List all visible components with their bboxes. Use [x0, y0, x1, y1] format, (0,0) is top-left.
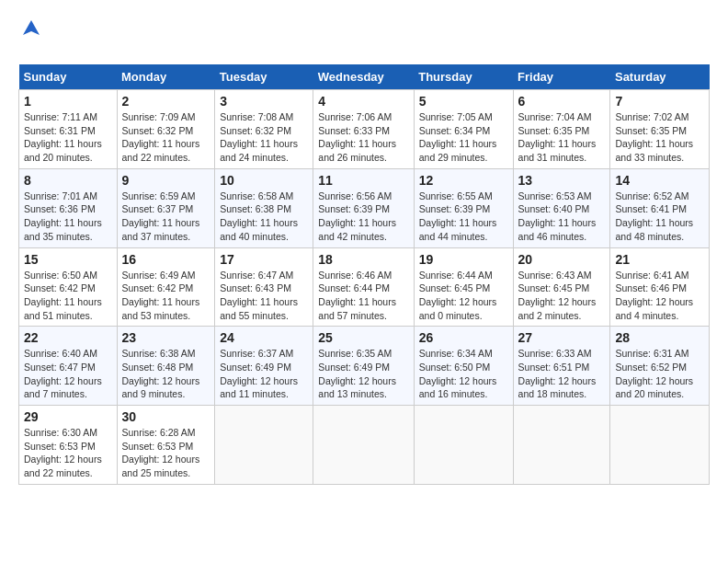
calendar-cell: 25Sunrise: 6:35 AMSunset: 6:49 PMDayligh… [313, 327, 414, 406]
calendar-week-row: 8Sunrise: 7:01 AMSunset: 6:36 PMDaylight… [19, 168, 710, 247]
day-number: 10 [220, 173, 308, 188]
calendar-cell: 15Sunrise: 6:50 AMSunset: 6:42 PMDayligh… [19, 247, 118, 327]
day-info: Sunrise: 7:04 AMSunset: 6:35 PMDaylight:… [518, 110, 606, 165]
day-info: Sunrise: 7:05 AMSunset: 6:34 PMDaylight:… [419, 110, 508, 165]
day-info: Sunrise: 7:06 AMSunset: 6:33 PMDaylight:… [318, 110, 408, 165]
day-info: Sunrise: 6:31 AMSunset: 6:52 PMDaylight:… [615, 347, 704, 401]
day-number: 12 [419, 173, 508, 188]
day-info: Sunrise: 6:38 AMSunset: 6:48 PMDaylight:… [122, 347, 210, 401]
calendar-cell: 23Sunrise: 6:38 AMSunset: 6:48 PMDayligh… [117, 327, 215, 406]
calendar-cell: 21Sunrise: 6:41 AMSunset: 6:46 PMDayligh… [610, 247, 710, 327]
day-info: Sunrise: 6:44 AMSunset: 6:45 PMDaylight:… [419, 269, 508, 323]
calendar-cell: 28Sunrise: 6:31 AMSunset: 6:52 PMDayligh… [610, 327, 710, 406]
page-header [18, 18, 710, 55]
calendar-cell [215, 406, 313, 485]
day-info: Sunrise: 7:01 AMSunset: 6:36 PMDaylight:… [24, 190, 112, 244]
calendar-cell: 1Sunrise: 7:11 AMSunset: 6:31 PMDaylight… [19, 90, 118, 169]
col-header-sunday: Sunday [19, 64, 118, 90]
day-number: 2 [122, 94, 210, 109]
calendar-cell: 3Sunrise: 7:08 AMSunset: 6:32 PMDaylight… [215, 90, 313, 169]
calendar-cell: 26Sunrise: 6:34 AMSunset: 6:50 PMDayligh… [414, 327, 513, 406]
day-number: 15 [24, 252, 112, 267]
day-info: Sunrise: 6:28 AMSunset: 6:53 PMDaylight:… [122, 426, 210, 480]
calendar-cell [313, 406, 414, 485]
calendar-week-row: 15Sunrise: 6:50 AMSunset: 6:42 PMDayligh… [19, 247, 710, 327]
day-info: Sunrise: 6:55 AMSunset: 6:39 PMDaylight:… [419, 190, 508, 244]
day-info: Sunrise: 7:11 AMSunset: 6:31 PMDaylight:… [24, 110, 112, 165]
day-number: 30 [122, 409, 210, 424]
day-number: 16 [122, 252, 210, 267]
day-info: Sunrise: 6:46 AMSunset: 6:44 PMDaylight:… [318, 269, 408, 323]
day-info: Sunrise: 6:40 AMSunset: 6:47 PMDaylight:… [24, 347, 112, 401]
calendar-cell: 6Sunrise: 7:04 AMSunset: 6:35 PMDaylight… [513, 90, 610, 169]
day-info: Sunrise: 6:37 AMSunset: 6:49 PMDaylight:… [220, 347, 308, 401]
calendar-cell: 24Sunrise: 6:37 AMSunset: 6:49 PMDayligh… [215, 327, 313, 406]
day-number: 20 [518, 252, 606, 267]
day-number: 8 [24, 173, 112, 188]
calendar-cell: 11Sunrise: 6:56 AMSunset: 6:39 PMDayligh… [313, 168, 414, 247]
calendar-cell: 18Sunrise: 6:46 AMSunset: 6:44 PMDayligh… [313, 247, 414, 327]
day-info: Sunrise: 7:02 AMSunset: 6:35 PMDaylight:… [615, 110, 704, 165]
col-header-thursday: Thursday [414, 64, 513, 90]
calendar-cell: 19Sunrise: 6:44 AMSunset: 6:45 PMDayligh… [414, 247, 513, 327]
day-number: 23 [122, 330, 210, 345]
calendar-header-row: SundayMondayTuesdayWednesdayThursdayFrid… [19, 64, 710, 90]
calendar-table: SundayMondayTuesdayWednesdayThursdayFrid… [18, 64, 710, 485]
day-number: 24 [220, 330, 308, 345]
day-info: Sunrise: 6:53 AMSunset: 6:40 PMDaylight:… [518, 190, 606, 244]
day-info: Sunrise: 6:43 AMSunset: 6:45 PMDaylight:… [518, 269, 606, 323]
day-info: Sunrise: 6:50 AMSunset: 6:42 PMDaylight:… [24, 269, 112, 323]
day-info: Sunrise: 6:30 AMSunset: 6:53 PMDaylight:… [24, 426, 112, 480]
day-info: Sunrise: 6:33 AMSunset: 6:51 PMDaylight:… [518, 347, 606, 401]
day-info: Sunrise: 7:08 AMSunset: 6:32 PMDaylight:… [220, 110, 308, 165]
calendar-cell: 12Sunrise: 6:55 AMSunset: 6:39 PMDayligh… [414, 168, 513, 247]
calendar-cell: 8Sunrise: 7:01 AMSunset: 6:36 PMDaylight… [19, 168, 118, 247]
calendar-week-row: 1Sunrise: 7:11 AMSunset: 6:31 PMDaylight… [19, 90, 710, 169]
calendar-cell: 20Sunrise: 6:43 AMSunset: 6:45 PMDayligh… [513, 247, 610, 327]
day-number: 7 [615, 94, 704, 109]
day-number: 11 [318, 173, 408, 188]
calendar-week-row: 29Sunrise: 6:30 AMSunset: 6:53 PMDayligh… [19, 406, 710, 485]
day-info: Sunrise: 6:49 AMSunset: 6:42 PMDaylight:… [122, 269, 210, 323]
day-number: 21 [615, 252, 704, 267]
calendar-week-row: 22Sunrise: 6:40 AMSunset: 6:47 PMDayligh… [19, 327, 710, 406]
calendar-cell [414, 406, 513, 485]
day-number: 29 [24, 409, 112, 424]
day-number: 4 [318, 94, 408, 109]
calendar-cell: 2Sunrise: 7:09 AMSunset: 6:32 PMDaylight… [117, 90, 215, 169]
calendar-cell: 22Sunrise: 6:40 AMSunset: 6:47 PMDayligh… [19, 327, 118, 406]
day-number: 3 [220, 94, 308, 109]
calendar-cell: 7Sunrise: 7:02 AMSunset: 6:35 PMDaylight… [610, 90, 710, 169]
day-info: Sunrise: 6:59 AMSunset: 6:37 PMDaylight:… [122, 190, 210, 244]
day-info: Sunrise: 6:41 AMSunset: 6:46 PMDaylight:… [615, 269, 704, 323]
logo-bird-icon [21, 18, 41, 39]
calendar-cell: 9Sunrise: 6:59 AMSunset: 6:37 PMDaylight… [117, 168, 215, 247]
col-header-tuesday: Tuesday [215, 64, 313, 90]
day-info: Sunrise: 6:52 AMSunset: 6:41 PMDaylight:… [615, 190, 704, 244]
calendar-cell: 10Sunrise: 6:58 AMSunset: 6:38 PMDayligh… [215, 168, 313, 247]
calendar-cell: 30Sunrise: 6:28 AMSunset: 6:53 PMDayligh… [117, 406, 215, 485]
calendar-cell: 5Sunrise: 7:05 AMSunset: 6:34 PMDaylight… [414, 90, 513, 169]
col-header-saturday: Saturday [610, 64, 710, 90]
day-number: 27 [518, 330, 606, 345]
day-number: 17 [220, 252, 308, 267]
calendar-cell: 14Sunrise: 6:52 AMSunset: 6:41 PMDayligh… [610, 168, 710, 247]
col-header-monday: Monday [117, 64, 215, 90]
day-number: 26 [419, 330, 508, 345]
day-number: 6 [518, 94, 606, 109]
calendar-cell: 29Sunrise: 6:30 AMSunset: 6:53 PMDayligh… [19, 406, 118, 485]
svg-marker-0 [23, 20, 40, 35]
col-header-wednesday: Wednesday [313, 64, 414, 90]
day-info: Sunrise: 7:09 AMSunset: 6:32 PMDaylight:… [122, 110, 210, 165]
day-number: 13 [518, 173, 606, 188]
calendar-cell: 17Sunrise: 6:47 AMSunset: 6:43 PMDayligh… [215, 247, 313, 327]
day-number: 5 [419, 94, 508, 109]
calendar-cell [513, 406, 610, 485]
calendar-cell: 27Sunrise: 6:33 AMSunset: 6:51 PMDayligh… [513, 327, 610, 406]
day-info: Sunrise: 6:35 AMSunset: 6:49 PMDaylight:… [318, 347, 408, 401]
day-info: Sunrise: 6:58 AMSunset: 6:38 PMDaylight:… [220, 190, 308, 244]
day-info: Sunrise: 6:34 AMSunset: 6:50 PMDaylight:… [419, 347, 508, 401]
day-info: Sunrise: 6:56 AMSunset: 6:39 PMDaylight:… [318, 190, 408, 244]
day-number: 1 [24, 94, 112, 109]
calendar-cell [610, 406, 710, 485]
